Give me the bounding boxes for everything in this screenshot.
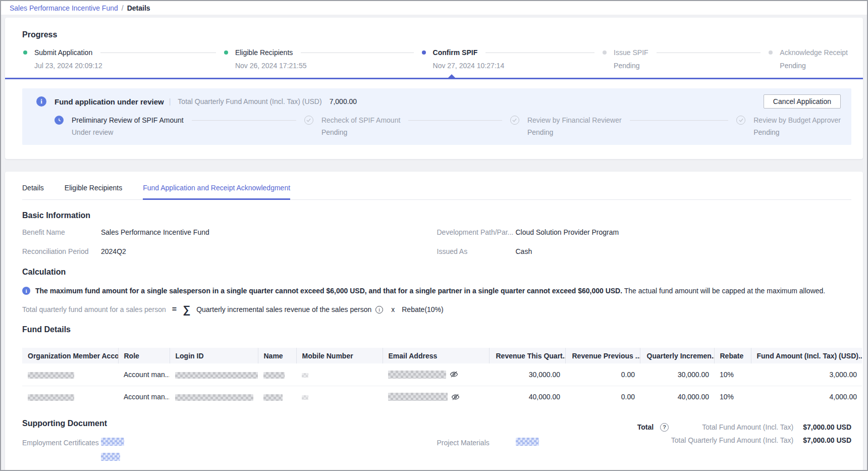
step-dot-current-icon — [422, 50, 426, 55]
fund-details-table: Organization Member Acco... Role Login I… — [22, 348, 862, 408]
redacted-mobile — [302, 395, 308, 400]
active-step-indicator-line — [5, 78, 863, 79]
banner-amount-value: 7,000.00 — [330, 97, 357, 106]
substep-recheck: Recheck of SPIF Amount Pending — [304, 116, 510, 137]
field-reconciliation-period: Reconciliation Period 2024Q2 — [22, 246, 437, 256]
formula-equals: = — [172, 305, 177, 314]
step-confirm-spif: Confirm SPIF Nov 27, 2024 10:27:14 — [422, 48, 603, 70]
breadcrumb-parent-link[interactable]: Sales Performance Incentive Fund — [10, 4, 118, 12]
document-link-blur[interactable] — [101, 453, 120, 461]
step-acknowledge-receipt: Acknowledge Receipt Pending — [769, 48, 848, 70]
col-revenue-this: Revenue This Quart... — [489, 348, 565, 363]
eye-slash-icon[interactable] — [450, 370, 458, 379]
col-organization-member: Organization Member Acco... — [22, 348, 118, 363]
check-circle-icon — [304, 116, 313, 125]
basic-information-title: Basic Information — [22, 211, 851, 220]
substep-connector — [630, 120, 729, 121]
totals-summary: Total ? Total Fund Amount (Incl. Tax) $7… — [637, 422, 851, 445]
fund-details-title: Fund Details — [22, 325, 851, 334]
check-circle-icon — [510, 116, 519, 125]
details-card: Details Eligible Recipients Fund Applica… — [5, 172, 863, 471]
tab-details[interactable]: Details — [22, 184, 44, 200]
total-quarterly-fund-amount-label: Total Quarterly Fund Amount (Incl. Tax) — [671, 435, 794, 445]
check-circle-icon — [736, 116, 745, 125]
progress-card: Progress Submit Application Jul 23, 2024… — [5, 18, 863, 159]
review-substeps: Preliminary Review of SPIF Amount Under … — [55, 116, 841, 137]
document-link-blur[interactable] — [516, 438, 539, 446]
substep-financial-reviewer: Review by Financial Reviewer Pending — [510, 116, 736, 137]
clock-icon — [55, 116, 64, 125]
review-status-banner: i Fund application under review | Total … — [22, 88, 851, 145]
total-label: Total — [637, 422, 654, 432]
breadcrumb-current: Details — [127, 4, 150, 12]
step-connector — [301, 53, 413, 53]
note-bold-text: The maximum fund amount for a single sal… — [35, 287, 622, 295]
progress-title: Progress — [22, 30, 863, 39]
banner-title: Fund application under review — [55, 97, 164, 106]
calculation-note: i The maximum fund amount for a single s… — [22, 287, 851, 295]
calculation-title: Calculation — [22, 268, 851, 277]
step-dot-pending-icon — [603, 50, 607, 55]
col-email-address: Email Address — [383, 348, 489, 363]
redacted-mobile — [302, 373, 308, 378]
field-benefit-name: Benefit Name Sales Performance Incentive… — [22, 227, 437, 237]
total-quarterly-fund-amount-value: $7,000.00 USD — [803, 435, 851, 445]
col-name: Name — [258, 348, 296, 363]
table-row: Account man... 30,000.0 — [22, 363, 862, 386]
redacted-email — [388, 393, 448, 401]
substep-connector — [192, 120, 296, 121]
substep-connector — [408, 120, 502, 121]
step-issue-spif: Issue SPIF Pending — [603, 48, 769, 70]
col-rebate: Rebate — [714, 348, 751, 363]
step-eligible-recipients: Eligible Recipients Nov 26, 2024 17:21:5… — [224, 48, 422, 70]
document-link-blur[interactable] — [101, 438, 124, 446]
redacted-account — [28, 372, 74, 379]
step-connector — [485, 53, 594, 53]
formula-operand2: Rebate(10%) — [402, 305, 444, 313]
substep-budget-approver: Review by Budget Approver Pending — [736, 116, 841, 137]
total-fund-amount-value: $7,000.00 USD — [803, 422, 851, 432]
sigma-icon: ∑ — [183, 305, 190, 314]
field-issued-as: Issued As Cash — [437, 246, 852, 256]
substep-preliminary-review: Preliminary Review of SPIF Amount Under … — [55, 116, 304, 137]
step-dot-done-icon — [224, 50, 228, 55]
step-dot-pending-icon — [769, 50, 773, 55]
formula-lhs: Total quarterly fund amount for a sales … — [22, 305, 166, 313]
breadcrumb-separator: / — [122, 4, 124, 12]
total-fund-amount-label: Total Fund Amount (Incl. Tax) — [702, 422, 793, 432]
col-role: Role — [118, 348, 170, 363]
formula-operand1: Quarterly incremental sales revenue of t… — [196, 305, 371, 313]
redacted-account — [28, 394, 74, 401]
info-icon: i — [36, 96, 46, 107]
col-quarterly-incremental: Quarterly Incremen... — [640, 348, 714, 363]
note-regular-text: The actual fund amount will be capped at… — [622, 287, 825, 295]
field-development-path: Development Path/Par... Cloud Solution P… — [437, 227, 852, 237]
eye-slash-icon[interactable] — [451, 393, 460, 401]
redacted-name — [263, 372, 285, 379]
tab-eligible-recipients[interactable]: Eligible Recipients — [65, 184, 122, 200]
tooltip-info-icon[interactable]: i — [375, 306, 383, 313]
tab-bar: Details Eligible Recipients Fund Applica… — [22, 184, 851, 200]
col-mobile-number: Mobile Number — [296, 348, 383, 363]
redacted-login-id — [175, 372, 258, 379]
step-dot-done-icon — [23, 50, 27, 55]
cancel-application-button[interactable]: Cancel Application — [764, 94, 841, 109]
col-revenue-previous: Revenue Previous ... — [565, 348, 640, 363]
step-connector — [100, 53, 216, 53]
col-fund-amount: Fund Amount (Incl. Tax) (USD)... — [751, 348, 862, 363]
field-employment-certificates: Employment Certificates — [22, 438, 437, 461]
col-login-id: Login ID — [170, 348, 258, 363]
redacted-email — [388, 371, 446, 379]
help-icon[interactable]: ? — [660, 423, 669, 432]
calculation-formula: Total quarterly fund amount for a sales … — [22, 305, 851, 314]
banner-divider: | — [169, 97, 171, 106]
basic-information-fields: Benefit Name Sales Performance Incentive… — [22, 227, 851, 256]
tab-fund-application[interactable]: Fund Application and Receipt Acknowledgm… — [143, 184, 290, 200]
banner-amount-label: Total Quarterly Fund Amount (Incl. Tax) … — [178, 97, 321, 106]
active-step-caret — [448, 74, 455, 78]
redacted-login-id — [175, 394, 253, 401]
progress-steps: Submit Application Jul 23, 2024 20:09:12… — [23, 48, 848, 70]
breadcrumb: Sales Performance Incentive Fund / Detai… — [1, 1, 867, 15]
redacted-name — [263, 394, 283, 401]
step-submit-application: Submit Application Jul 23, 2024 20:09:12 — [23, 48, 224, 70]
